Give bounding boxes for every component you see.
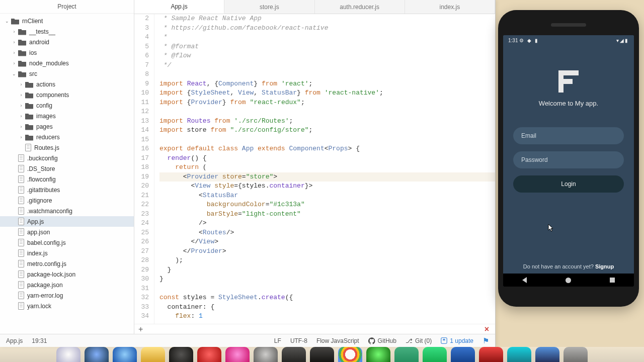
file-row[interactable]: .gitignore <box>0 195 134 206</box>
dock-safari-icon[interactable] <box>113 347 137 362</box>
code-line[interactable]: export default class App extends Compone… <box>159 144 495 154</box>
file-row[interactable]: metro.config.js <box>0 258 134 269</box>
code-line[interactable]: * @format <box>159 42 495 52</box>
chevron-right-icon[interactable]: › <box>18 124 24 130</box>
dock-trash-icon[interactable] <box>564 347 588 362</box>
login-button[interactable]: Login <box>513 175 624 193</box>
folder-row[interactable]: ›node_modules <box>0 58 134 68</box>
chevron-down-icon[interactable]: ⌄ <box>4 18 10 24</box>
close-tab-icon[interactable]: × <box>485 325 489 334</box>
code-line[interactable]: } <box>159 265 495 275</box>
signup-link[interactable]: Signup <box>595 263 614 269</box>
code-line[interactable]: import {StyleSheet, View, StatusBar} fro… <box>159 88 495 98</box>
chevron-right-icon[interactable]: › <box>18 134 24 140</box>
code-line[interactable]: render() { <box>159 154 495 163</box>
code-line[interactable]: backgroundColor="#1c313a" <box>159 200 495 210</box>
code-line[interactable]: * Sample React Native App <box>159 14 495 24</box>
dock-app-icon[interactable] <box>85 347 109 362</box>
chevron-right-icon[interactable]: › <box>11 39 17 45</box>
chevron-right-icon[interactable]: › <box>11 60 17 66</box>
folder-row[interactable]: ›actions <box>0 79 134 89</box>
dock-app-icon[interactable] <box>479 347 503 362</box>
editor-tab[interactable]: index.js <box>405 0 495 14</box>
code-line[interactable]: <Routes/> <box>159 228 495 238</box>
status-squirrel-icon[interactable]: ⚑ <box>482 336 489 345</box>
dock-app-icon[interactable] <box>451 347 475 362</box>
code-editor[interactable]: 2345678910111213141516171819202122232425… <box>134 14 495 324</box>
code-line[interactable]: import {Provider} from "react-redux"; <box>159 98 495 108</box>
code-line[interactable]: /> <box>159 219 495 228</box>
code-line[interactable]: container: { <box>159 303 495 312</box>
file-row[interactable]: .watchmanconfig <box>0 206 134 216</box>
chevron-right-icon[interactable]: › <box>18 81 24 87</box>
code-line[interactable]: * https://github.com/facebook/react-nati… <box>159 24 495 33</box>
folder-row[interactable]: ›android <box>0 37 134 47</box>
file-row[interactable]: .buckconfig <box>0 153 134 163</box>
chevron-right-icon[interactable]: › <box>18 92 24 98</box>
folder-row[interactable]: ⌄src <box>0 68 134 79</box>
code-line[interactable]: </View> <box>159 237 495 247</box>
code-line[interactable]: * @flow <box>159 51 495 61</box>
chevron-right-icon[interactable]: › <box>11 50 17 56</box>
code-line[interactable] <box>159 135 495 145</box>
dock-notes-icon[interactable] <box>141 347 165 362</box>
file-row[interactable]: package-lock.json <box>0 269 134 280</box>
file-row[interactable]: app.json <box>0 227 134 237</box>
status-eol[interactable]: LF <box>274 337 281 344</box>
file-row[interactable]: .gitattributes <box>0 185 134 195</box>
folder-row[interactable]: ›pages <box>0 121 134 132</box>
dock-app-icon[interactable] <box>197 347 221 362</box>
status-cursor-pos[interactable]: 19:31 <box>32 337 47 344</box>
file-row[interactable]: Routes.js <box>0 142 134 153</box>
code-line[interactable]: * <box>159 33 495 42</box>
folder-row[interactable]: ›ios <box>0 47 134 58</box>
dock-app-icon[interactable] <box>535 347 559 362</box>
status-github[interactable]: GitHub <box>368 337 396 344</box>
dock-itunes-icon[interactable] <box>225 347 250 362</box>
dock-settings-icon[interactable] <box>254 347 278 362</box>
folder-row[interactable]: ›images <box>0 111 134 121</box>
code-line[interactable]: <View style={styles.container}> <box>159 182 495 191</box>
code-line[interactable]: import Routes from './src/Routes'; <box>159 117 495 126</box>
dock-app-icon[interactable] <box>282 347 306 362</box>
file-row[interactable]: yarn-error.log <box>0 290 134 301</box>
dock-app-icon[interactable] <box>366 347 390 362</box>
chevron-down-icon[interactable]: ⌄ <box>11 71 17 77</box>
code-line[interactable]: <StatusBar <box>159 191 495 201</box>
code-line[interactable]: <Provider store="store"> <box>159 172 495 182</box>
code-line[interactable]: </Provider> <box>159 247 495 256</box>
code-line[interactable]: } <box>159 275 495 284</box>
code-line[interactable]: barStyle="light-content" <box>159 210 495 219</box>
folder-row[interactable]: ⌄rnClient <box>0 16 134 26</box>
file-row[interactable]: .DS_Store <box>0 163 134 174</box>
status-encoding[interactable]: UTF-8 <box>290 337 307 344</box>
dock-terminal-icon[interactable] <box>310 347 334 362</box>
editor-tab[interactable]: App.js <box>134 0 224 14</box>
home-button[interactable] <box>566 278 571 283</box>
password-field[interactable]: Password <box>513 151 624 168</box>
dock-app-icon[interactable] <box>169 347 193 362</box>
file-row[interactable]: babel.config.js <box>0 237 134 248</box>
dock-app-icon[interactable] <box>423 347 447 362</box>
code-line[interactable] <box>159 284 495 294</box>
chevron-right-icon[interactable]: › <box>11 29 17 35</box>
code-line[interactable]: import React, {Component} from 'react'; <box>159 79 495 89</box>
status-language[interactable]: Flow JavaScript <box>316 337 359 344</box>
code-line[interactable]: const styles = StyleSheet.create({ <box>159 293 495 303</box>
file-row[interactable]: App.js <box>0 216 134 227</box>
file-row[interactable]: yarn.lock <box>0 301 134 311</box>
code-line[interactable]: return ( <box>159 163 495 172</box>
status-update[interactable]: 1 update <box>441 337 473 344</box>
code-line[interactable]: flex: 1 <box>159 312 495 321</box>
file-row[interactable]: index.js <box>0 248 134 258</box>
chevron-right-icon[interactable]: › <box>18 103 24 109</box>
new-tab-button[interactable]: + <box>138 325 143 334</box>
email-field[interactable]: Email <box>513 127 624 144</box>
editor-tab[interactable]: store.js <box>224 0 314 14</box>
code-line[interactable] <box>159 107 495 117</box>
status-git[interactable]: Git (0) <box>406 337 432 344</box>
editor-tab[interactable]: auth.reducer.js <box>315 0 405 14</box>
folder-row[interactable]: ›__tests__ <box>0 26 134 37</box>
folder-row[interactable]: ›components <box>0 89 134 100</box>
code-line[interactable]: */ <box>159 61 495 70</box>
